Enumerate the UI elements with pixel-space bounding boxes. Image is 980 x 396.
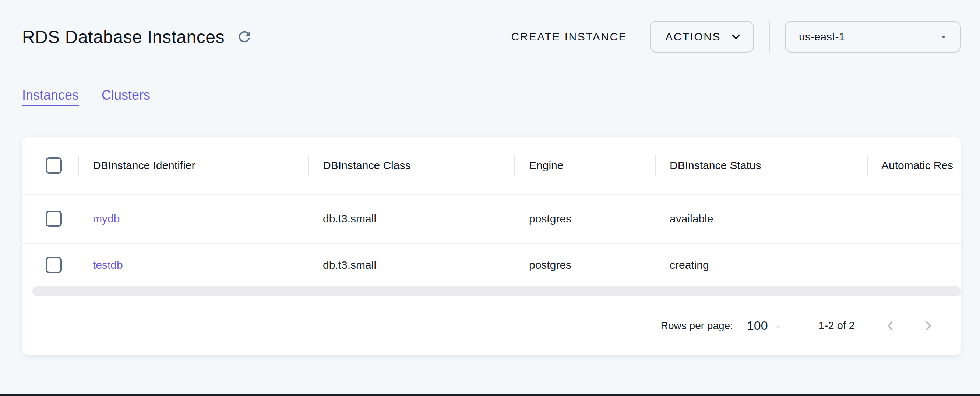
column-header-dbinstance-identifier: DBInstance Identifier	[78, 159, 308, 172]
column-header-engine: Engine	[514, 159, 655, 172]
table-header-row: DBInstance Identifier DBInstance Class E…	[22, 137, 961, 195]
rows-per-page-select[interactable]: 100	[733, 318, 783, 333]
actions-button-label: ACTIONS	[665, 30, 721, 43]
cell-dbinstance-class: db.t3.small	[308, 212, 514, 225]
rows-per-page-label: Rows per page:	[661, 320, 733, 332]
cell-dbinstance-status: creating	[655, 259, 867, 271]
chevron-down-icon	[730, 30, 742, 43]
tab-instances[interactable]: Instances	[22, 89, 79, 106]
window-bottom-edge	[0, 394, 980, 396]
rows-per-page-value: 100	[747, 318, 768, 333]
region-select-value: us-east-1	[799, 30, 845, 43]
cell-engine: postgres	[514, 259, 655, 271]
chevron-right-icon	[920, 318, 937, 334]
actions-menu-button[interactable]: ACTIONS	[650, 21, 754, 52]
toolbar-divider	[769, 21, 770, 52]
refresh-icon	[236, 28, 253, 45]
instances-table-card: DBInstance Identifier DBInstance Class E…	[22, 137, 961, 355]
row-checkbox-cell	[22, 211, 78, 227]
previous-page-button[interactable]	[881, 317, 899, 334]
row-checkbox[interactable]	[46, 257, 62, 273]
dropdown-caret-icon	[937, 30, 950, 43]
column-header-dbinstance-status: DBInstance Status	[655, 159, 867, 172]
create-instance-button[interactable]: CREATE INSTANCE	[511, 30, 627, 43]
pagination-bar: Rows per page: 100 1-2 of 2	[22, 296, 961, 355]
next-page-button[interactable]	[920, 317, 937, 334]
row-checkbox[interactable]	[46, 211, 62, 227]
tab-clusters[interactable]: Clusters	[102, 89, 150, 106]
topbar: RDS Database Instances CREATE INSTANCE A…	[0, 0, 980, 74]
pagination-range: 1-2 of 2	[819, 320, 855, 332]
table-row: testdb db.t3.small postgres creating	[22, 244, 961, 287]
select-all-checkbox[interactable]	[46, 157, 62, 174]
instance-identifier-link[interactable]: mydb	[93, 212, 120, 225]
page-title: RDS Database Instances	[22, 27, 224, 47]
tab-bar: Instances Clusters	[0, 74, 980, 121]
rows-per-page-caret-icon	[772, 322, 783, 333]
column-header-dbinstance-class: DBInstance Class	[308, 159, 514, 172]
select-all-cell	[22, 157, 78, 174]
cell-dbinstance-class: db.t3.small	[308, 259, 514, 271]
cell-engine: postgres	[514, 212, 655, 225]
chevron-left-icon	[882, 318, 898, 334]
refresh-button[interactable]	[234, 27, 255, 47]
region-select[interactable]: us-east-1	[785, 21, 961, 52]
cell-dbinstance-status: available	[655, 212, 867, 225]
main-content: DBInstance Identifier DBInstance Class E…	[0, 121, 980, 355]
column-header-automatic-res: Automatic Res	[867, 159, 961, 172]
table-row: mydb db.t3.small postgres available	[22, 195, 961, 244]
row-checkbox-cell	[22, 257, 78, 273]
horizontal-scrollbar[interactable]	[32, 287, 961, 296]
instance-identifier-link[interactable]: testdb	[93, 259, 123, 271]
